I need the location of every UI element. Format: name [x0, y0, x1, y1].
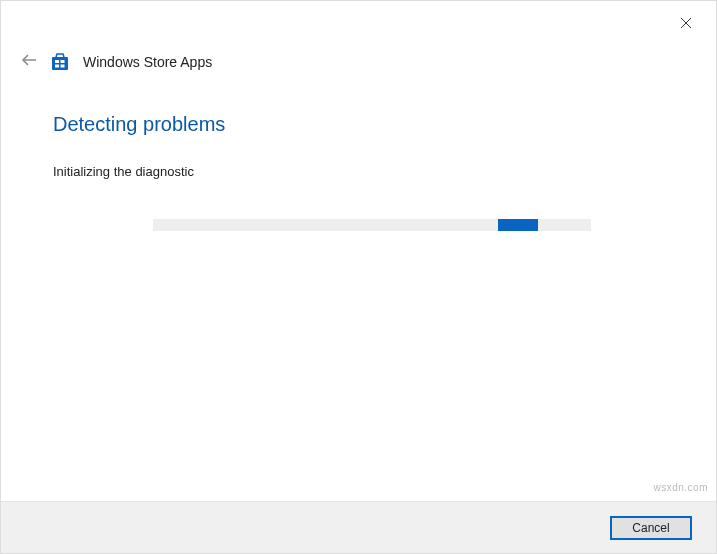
progress-bar: [153, 219, 591, 231]
footer: Cancel: [1, 501, 716, 553]
cancel-button[interactable]: Cancel: [610, 516, 692, 540]
back-arrow-icon: [21, 51, 37, 72]
store-icon: [51, 53, 69, 71]
close-button[interactable]: [674, 11, 698, 35]
window-title: Windows Store Apps: [83, 54, 212, 70]
svg-rect-5: [61, 60, 65, 63]
watermark-text: wsxdn.com: [653, 482, 708, 493]
close-icon: [680, 17, 692, 29]
svg-rect-7: [61, 64, 65, 67]
svg-rect-6: [55, 64, 59, 67]
header: Windows Store Apps: [21, 51, 212, 72]
svg-rect-4: [55, 60, 59, 63]
page-heading: Detecting problems: [53, 113, 664, 136]
progress-indicator: [498, 219, 538, 231]
content-area: Detecting problems Initializing the diag…: [53, 113, 664, 231]
status-text: Initializing the diagnostic: [53, 164, 664, 179]
svg-rect-3: [52, 57, 68, 70]
